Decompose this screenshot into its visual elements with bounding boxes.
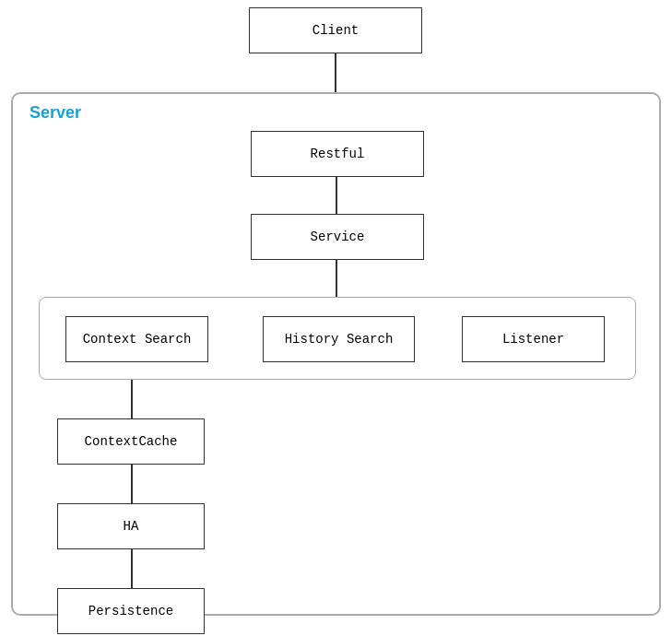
listener-label: Listener (502, 332, 564, 347)
server-label: Server (29, 103, 81, 123)
listener-box: Listener (462, 316, 605, 362)
client-label: Client (312, 23, 359, 38)
service-label: Service (311, 230, 365, 244)
inner-services-container: Context Search History Search Listener (39, 297, 636, 380)
service-box: Service (251, 214, 424, 260)
ha-box: HA (57, 503, 205, 549)
server-container: Server Restful Service Context Search (11, 92, 661, 616)
context-cache-label: ContextCache (85, 434, 178, 449)
restful-box: Restful (251, 131, 424, 177)
architecture-diagram: Client Server Restful Service (0, 0, 672, 636)
restful-label: Restful (311, 147, 365, 161)
context-cache-box: ContextCache (57, 418, 205, 465)
persistence-box: Persistence (57, 588, 205, 634)
context-search-box: Context Search (65, 316, 208, 362)
persistence-label: Persistence (88, 604, 173, 618)
history-search-box: History Search (263, 316, 415, 362)
history-search-label: History Search (285, 332, 394, 347)
client-box: Client (249, 7, 422, 53)
ha-label: HA (124, 519, 139, 534)
context-search-label: Context Search (83, 332, 192, 347)
